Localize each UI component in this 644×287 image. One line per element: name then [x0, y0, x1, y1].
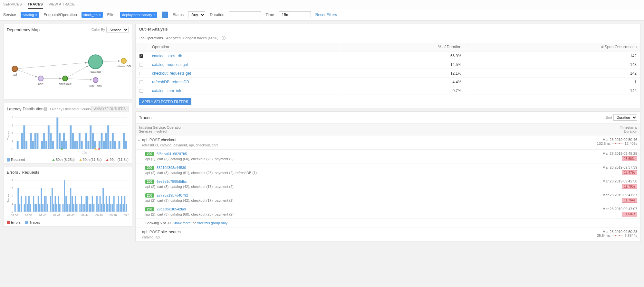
show-more-link[interactable]: Show more — [173, 221, 191, 225]
tab-view-a-trace[interactable]: VIEW A TRACE — [49, 0, 75, 9]
table-row[interactable]: catalog: item_info 0.7% 142 — [136, 87, 640, 95]
svg-rect-90 — [42, 204, 43, 212]
svg-rect-26 — [30, 133, 32, 149]
operation-link[interactable]: refreshDB: refreshDB — [152, 80, 189, 84]
endpoint-chip[interactable]: stock_db× — [82, 12, 103, 18]
row-checkbox[interactable] — [139, 80, 143, 84]
duration-badge: 15.663s — [622, 156, 637, 161]
svg-rect-136 — [121, 196, 122, 212]
trace-row[interactable]: 200 9ee5e3c7898dbfbc api (2), cart (3), … — [136, 177, 640, 191]
dep-node-cart[interactable] — [38, 76, 43, 81]
svg-text:4: 4 — [12, 179, 13, 182]
row-checkbox[interactable] — [139, 54, 143, 58]
svg-rect-99 — [58, 196, 59, 212]
operation-link[interactable]: catalog: item_info — [152, 88, 182, 93]
svg-rect-22 — [17, 141, 19, 149]
close-icon[interactable]: × — [99, 13, 101, 17]
svg-rect-128 — [107, 204, 109, 212]
trace-group-row[interactable]: › api: POST site_search catalog, api Mar… — [136, 227, 640, 242]
svg-rect-81 — [27, 204, 28, 212]
svg-rect-43 — [74, 141, 76, 149]
svg-rect-42 — [72, 133, 74, 149]
svg-rect-53 — [101, 133, 103, 149]
table-row[interactable]: checkout: requests.get 12.1% 142 — [136, 69, 640, 78]
apply-filters-button[interactable]: APPLY SELECTED FILTERS — [139, 98, 191, 105]
reset-filters-link[interactable]: Reset Filters — [315, 13, 337, 17]
svg-text:09:48: 09:48 — [110, 214, 117, 217]
row-checkbox[interactable] — [139, 72, 143, 75]
svg-text:09:44: 09:44 — [82, 214, 89, 217]
dependency-map-panel: Dependency Map Color By Service apicartc… — [3, 24, 132, 100]
analyze-outliers-button[interactable]: ANALYZE OUTLIERS — [91, 106, 129, 112]
table-row[interactable]: catalog: stock_db 66.9% 142 — [136, 52, 640, 60]
trace-timestamp: Mar 28 2019 09:48:25 — [602, 152, 637, 155]
duration-input[interactable] — [229, 11, 261, 18]
filter-chip[interactable]: deployment:canary× — [120, 12, 157, 18]
pct-value: 4.4% — [340, 78, 465, 86]
trace-id-link[interactable]: 53210ff393a44530 — [157, 166, 186, 170]
help-icon[interactable]: ? — [222, 36, 226, 40]
trace-id-link[interactable]: 9ee5e3c7898dbfbc — [157, 180, 187, 183]
close-icon[interactable]: × — [35, 13, 37, 17]
trace-id-link[interactable]: 6f3eca04168297b5 — [157, 152, 187, 156]
occ-value: 1 — [465, 78, 640, 86]
colorby-select[interactable]: Service — [106, 27, 129, 32]
svg-rect-138 — [124, 196, 125, 212]
overlay-checkbox[interactable] — [44, 107, 47, 111]
expand-icon[interactable]: ⌄ — [138, 138, 140, 142]
operations-table: Operation % of Duration # Span Occurrenc… — [136, 42, 640, 96]
svg-rect-86 — [36, 204, 37, 212]
trace-group-row[interactable]: ⌄ api: POST checkout refreshDB, catalog,… — [136, 135, 640, 150]
operation-link[interactable]: catalog: stock_db — [152, 54, 182, 58]
table-row[interactable]: catalog: requests.get 14.5% 143 — [136, 61, 640, 69]
filter-group-link[interactable]: filter this group only. — [197, 221, 228, 225]
svg-text:refreshDB: refreshDB — [117, 64, 131, 68]
status-select[interactable]: Any — [188, 11, 205, 18]
dep-node-payment[interactable] — [93, 78, 98, 83]
dep-node-api[interactable] — [12, 66, 18, 72]
time-input[interactable] — [279, 11, 311, 18]
trace-row[interactable]: 200 a77e5a19b7d40792 api (2), cart (3), … — [136, 191, 640, 205]
dependency-map-canvas[interactable]: apicartcheckoutcatalogpaymentrefreshDB — [4, 35, 132, 99]
svg-text:api: api — [13, 73, 17, 76]
svg-rect-133 — [116, 204, 118, 212]
traces-panel: Traces Sort Duration Initiating Service:… — [135, 111, 641, 242]
errors-chart[interactable]: 0123409:3609:3809:4009:4209:4309:4409:46… — [7, 177, 129, 219]
sort-select[interactable]: Duration — [613, 114, 637, 121]
dep-node-checkout[interactable] — [62, 76, 68, 81]
svg-rect-93 — [47, 204, 48, 212]
expand-icon[interactable]: › — [138, 230, 139, 234]
service-chip[interactable]: catalog× — [21, 12, 39, 18]
dep-node-refreshDB[interactable] — [121, 58, 126, 63]
dep-node-catalog[interactable] — [89, 55, 103, 69]
trace-timestamp: Mar 28 2019 09:42:50 — [602, 179, 637, 183]
trace-id-link[interactable]: a77e5a19b7d40792 — [157, 193, 188, 197]
trace-row[interactable]: 200 53210ff393a44530 api (2), cart (3), … — [136, 163, 640, 177]
trace-row[interactable]: 200 6f3eca04168297b5 api (2), cart (3), … — [136, 150, 640, 163]
svg-rect-134 — [118, 196, 119, 212]
table-row[interactable]: refreshDB: refreshDB 4.4% 1 — [136, 78, 640, 86]
operation-link[interactable]: checkout: requests.get — [152, 71, 191, 76]
pct-value: 66.9% — [340, 52, 465, 60]
outlier-title: Outlier Analysis — [139, 27, 168, 32]
svg-rect-104 — [67, 204, 68, 212]
operation-link[interactable]: catalog: requests.get — [152, 62, 188, 67]
svg-rect-37 — [59, 133, 61, 149]
trace-id-link[interactable]: 29bacba1f0542fa9 — [157, 207, 186, 211]
svg-rect-50 — [92, 133, 94, 149]
tab-services[interactable]: SERVICES — [3, 0, 22, 9]
trace-row[interactable]: 200 29bacba1f0542fa9 api (2), cart (3), … — [136, 205, 640, 219]
close-icon[interactable]: × — [153, 13, 155, 17]
latency-chart[interactable]: 01234Traces10s — [7, 115, 129, 156]
tab-traces[interactable]: TRACES — [28, 0, 43, 9]
row-checkbox[interactable] — [139, 89, 143, 93]
row-checkbox[interactable] — [139, 63, 143, 67]
add-filter-button[interactable]: + — [162, 12, 168, 18]
svg-text:cart: cart — [38, 82, 43, 86]
svg-rect-101 — [62, 204, 64, 212]
svg-rect-132 — [113, 196, 115, 212]
trace-timestamp: Mar 28 2019 09:47:07 — [602, 207, 637, 211]
filter-label: Filter — [107, 13, 116, 17]
svg-text:Traces: Traces — [7, 131, 10, 140]
svg-text:catalog: catalog — [91, 70, 101, 73]
